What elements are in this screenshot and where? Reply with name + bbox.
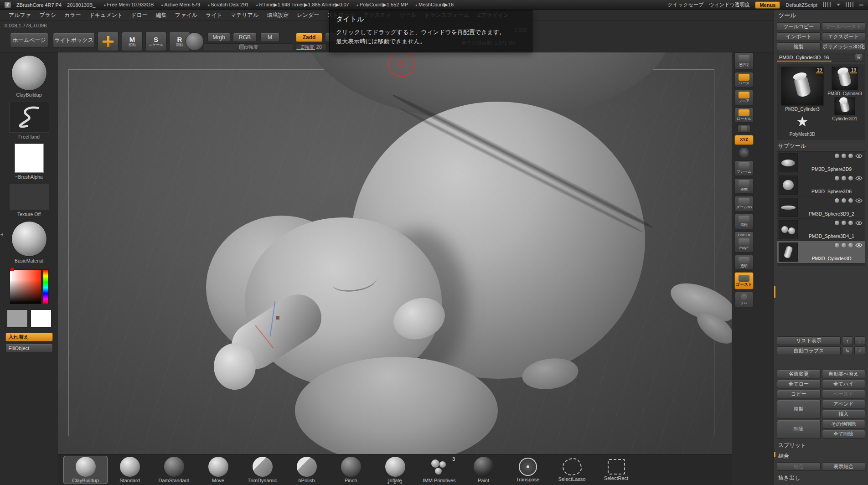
menu-document[interactable]: ドキュメント bbox=[85, 10, 127, 21]
subtool-thumbnail[interactable] bbox=[779, 198, 798, 217]
recent-tool-thumbnail[interactable]: 19 bbox=[832, 67, 858, 90]
polyframe-button[interactable]: Line Fill PolyF bbox=[734, 232, 754, 253]
polypaint-toggle-icon[interactable] bbox=[842, 176, 846, 181]
zoom3d-button[interactable]: ズーム3D bbox=[734, 196, 754, 212]
current-material-thumbnail[interactable] bbox=[11, 221, 47, 257]
tray-brush-inflate[interactable]: Inflate bbox=[373, 456, 417, 484]
hue-strip[interactable] bbox=[43, 269, 49, 304]
gyro-scale-button[interactable]: S スケール bbox=[145, 32, 166, 51]
lightbox-button[interactable]: ライトボックス bbox=[53, 33, 95, 47]
sculpt-toggle-icon[interactable] bbox=[835, 221, 839, 225]
tray-scroll-arrows[interactable]: ◄ ▲ ► bbox=[386, 481, 403, 485]
tray-tool-transpose[interactable]: Transpose bbox=[506, 456, 550, 484]
brush-preview-icon[interactable] bbox=[186, 32, 204, 51]
quicksave-button[interactable]: クイックセーブ bbox=[668, 1, 704, 8]
menu-color[interactable]: カラー bbox=[60, 10, 85, 21]
menu-material[interactable]: マテリアル bbox=[227, 10, 263, 21]
collapse-out-button[interactable]: ↳ bbox=[842, 346, 853, 355]
visibility-eye-icon[interactable] bbox=[855, 176, 863, 181]
menu-edit[interactable]: 編集 bbox=[152, 10, 171, 21]
subtool-row-selected[interactable]: PM3D_Cylinder3D bbox=[777, 241, 865, 263]
visibility-eye-icon[interactable] bbox=[855, 198, 863, 203]
subtool-row[interactable]: PM3D_Sphere3D6 bbox=[777, 174, 865, 196]
collapse-in-button[interactable]: ↲ bbox=[854, 346, 865, 355]
insert-button[interactable]: 挿入 bbox=[822, 410, 866, 418]
append-button[interactable]: アペンド bbox=[822, 400, 866, 408]
merge-down-button[interactable]: 結合 bbox=[777, 462, 821, 471]
visibility-eye-icon[interactable] bbox=[855, 221, 863, 225]
active-tool-thumbnail[interactable]: 19 bbox=[781, 67, 824, 106]
clone-tool-button[interactable]: 複製 bbox=[777, 42, 821, 51]
saturation-value-square[interactable] bbox=[10, 269, 41, 304]
menus-toggle-button[interactable]: Menus bbox=[755, 1, 780, 9]
homepage-button[interactable]: ホームページ bbox=[10, 33, 48, 47]
tray-brush-move[interactable]: Move bbox=[196, 456, 240, 484]
polypaint-toggle-icon[interactable] bbox=[842, 221, 846, 225]
document-canvas[interactable] bbox=[58, 52, 732, 454]
tray-brush-imm-primitives[interactable]: 3 IMM Primitives bbox=[417, 456, 461, 484]
extract-section-header[interactable]: 抜き出し bbox=[774, 472, 868, 483]
tool-copy-button[interactable]: ツールコピー bbox=[777, 22, 821, 31]
subtool-thumbnail[interactable] bbox=[779, 175, 798, 195]
fill-object-button[interactable]: FillObject bbox=[5, 344, 53, 352]
paste-subtool-button[interactable]: ペースト bbox=[822, 390, 866, 398]
caret-down-icon[interactable] bbox=[837, 4, 840, 6]
auto-collapse-button[interactable]: 自動コラプス bbox=[777, 346, 841, 355]
tray-brush-trimdynamic[interactable]: TrimDynamic bbox=[240, 456, 284, 484]
menu-light[interactable]: ライト bbox=[202, 10, 227, 21]
scroll-up-icon[interactable]: ▲ bbox=[393, 481, 397, 485]
visibility-eye-icon[interactable] bbox=[855, 154, 863, 158]
polypaint-toggle-icon[interactable] bbox=[842, 198, 846, 203]
make-polymesh3d-button[interactable]: ポリメッシュ3D化 bbox=[822, 42, 866, 51]
rapid-sample-button[interactable]: R bbox=[855, 54, 863, 61]
perspective-button[interactable]: パース bbox=[734, 72, 754, 88]
tray-brush-damstandard[interactable]: DamStandard bbox=[152, 456, 196, 484]
floor-button[interactable]: フロア bbox=[734, 90, 754, 105]
polypaint-toggle-icon[interactable] bbox=[842, 154, 846, 158]
copy-subtool-button[interactable]: コピー bbox=[777, 390, 821, 398]
menu-file[interactable]: ファイル bbox=[171, 10, 202, 21]
mrgb-button[interactable]: Mrgb bbox=[207, 33, 230, 42]
rgb-intensity-slider[interactable]: Rgb強度 bbox=[204, 43, 293, 51]
xyz-symmetry-button[interactable]: XYZ bbox=[734, 135, 754, 145]
z-intensity-slider[interactable]: Z強度 20 bbox=[296, 43, 327, 51]
current-brush-thumbnail[interactable] bbox=[11, 55, 47, 91]
mask-toggle-icon[interactable] bbox=[848, 243, 853, 248]
menu-draw[interactable]: ドロー bbox=[127, 10, 152, 21]
rotate-view-button[interactable]: 回転 bbox=[734, 214, 754, 229]
solo-button[interactable]: ソロ bbox=[734, 292, 754, 307]
local-symmetry-button[interactable]: ローカル bbox=[734, 108, 754, 123]
menu-render[interactable]: レンダー bbox=[293, 10, 323, 21]
draw-mode-button[interactable] bbox=[98, 32, 119, 51]
color-picker[interactable] bbox=[10, 269, 49, 304]
all-high-button[interactable]: 全てハイ bbox=[822, 380, 866, 388]
rgb-button[interactable]: RGB bbox=[233, 33, 257, 42]
current-stroke-thumbnail[interactable] bbox=[9, 102, 49, 133]
tray-brush-standard[interactable]: Standard bbox=[108, 456, 152, 484]
switch-color-button[interactable]: 入れ替え bbox=[5, 333, 53, 341]
list-view-button[interactable]: リスト表示 bbox=[777, 336, 841, 345]
rename-button[interactable]: 名前変更 bbox=[777, 370, 821, 378]
subtool-row[interactable]: PM3D_Sphere3D9_2 bbox=[777, 196, 865, 219]
zscript-label[interactable]: DefaultZScript bbox=[785, 2, 817, 8]
import-button[interactable]: インポート bbox=[777, 32, 821, 41]
fisheye-button[interactable] bbox=[739, 147, 749, 158]
window-opacity-button[interactable]: ウィンドウ透明度 bbox=[709, 1, 749, 8]
ghost-button[interactable]: ゴースト bbox=[734, 272, 754, 289]
zscript-bar-icon[interactable] bbox=[823, 2, 831, 7]
all-low-button[interactable]: 全てロー bbox=[777, 380, 821, 388]
main-color-swatch[interactable] bbox=[7, 310, 28, 328]
scroll-left-icon[interactable]: ◄ bbox=[386, 481, 390, 485]
left-divider-handle[interactable]: ◂ bbox=[0, 232, 3, 237]
subtool-down-button[interactable]: ↓ bbox=[854, 336, 865, 345]
menu-brush[interactable]: ブラシ bbox=[35, 10, 60, 21]
scroll-right-icon[interactable]: ► bbox=[400, 481, 403, 485]
menu-preferences[interactable]: 環境設定 bbox=[263, 10, 293, 21]
gyro-move-button[interactable]: M 移動 bbox=[122, 32, 143, 51]
current-texture-thumbnail[interactable] bbox=[9, 184, 49, 210]
lsym-button[interactable] bbox=[738, 125, 750, 133]
subtool-row[interactable]: PM3D_Sphere3D4_1 bbox=[777, 219, 865, 241]
m-button[interactable]: M bbox=[260, 33, 279, 42]
window-bars-icon[interactable] bbox=[846, 2, 854, 7]
subtool-thumbnail[interactable] bbox=[779, 153, 798, 172]
